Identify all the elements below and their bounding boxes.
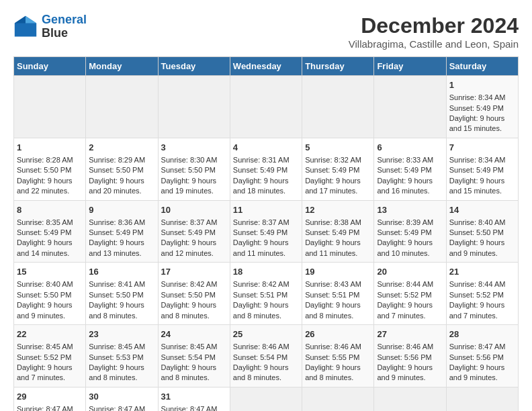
day-number: 19 [305,266,371,278]
sunrise-label: Sunrise: 8:35 AM [17,218,73,226]
calendar-cell: 27Sunrise: 8:46 AMSunset: 5:56 PMDayligh… [374,325,446,387]
day-number: 1 [17,142,83,154]
sunset-label: Sunset: 5:49 PM [305,228,359,236]
sunrise-label: Sunrise: 8:43 AM [305,280,361,288]
sunrise-label: Sunrise: 8:42 AM [233,280,290,288]
calendar-cell: 23Sunrise: 8:45 AMSunset: 5:53 PMDayligh… [86,325,158,387]
calendar-cell: 19Sunrise: 8:43 AMSunset: 5:51 PMDayligh… [302,263,374,325]
calendar-cell: 15Sunrise: 8:40 AMSunset: 5:50 PMDayligh… [14,263,86,325]
calendar-cell: 11Sunrise: 8:37 AMSunset: 5:49 PMDayligh… [230,200,302,263]
day-number: 9 [89,204,154,216]
daylight-label: Daylight: 9 hours and 20 minutes. [89,177,144,195]
calendar-cell: 1Sunrise: 8:34 AMSunset: 5:49 PMDaylight… [446,76,518,138]
week-row-5: 22Sunrise: 8:45 AMSunset: 5:52 PMDayligh… [14,325,519,387]
sunset-label: Sunset: 5:50 PM [17,291,71,299]
daylight-label: Daylight: 9 hours and 7 minutes. [377,301,433,319]
sunset-label: Sunset: 5:50 PM [17,166,71,174]
day-number: 4 [233,142,299,154]
sunset-label: Sunset: 5:49 PM [377,228,431,236]
day-number: 26 [305,328,371,340]
calendar-cell [230,76,302,138]
calendar-cell [86,76,158,138]
sunset-label: Sunset: 5:49 PM [233,228,287,236]
page-header: General Blue December 2024 Villabragima,… [13,13,519,50]
page-title: December 2024 [349,13,519,38]
calendar-cell: 30Sunrise: 8:47 AMSunset: 5:58 PMDayligh… [86,387,158,411]
sunset-label: Sunset: 5:49 PM [449,166,504,174]
day-number: 25 [233,328,299,340]
calendar-cell: 26Sunrise: 8:46 AMSunset: 5:55 PMDayligh… [302,325,374,387]
sunrise-label: Sunrise: 8:37 AM [233,218,290,226]
column-header-tuesday: Tuesday [158,57,230,76]
sunrise-label: Sunrise: 8:41 AM [89,280,145,288]
week-row-2: 1Sunrise: 8:28 AMSunset: 5:50 PMDaylight… [14,138,519,200]
daylight-label: Daylight: 9 hours and 8 minutes. [305,363,361,381]
sunrise-label: Sunrise: 8:37 AM [161,218,218,226]
sunrise-label: Sunrise: 8:30 AM [161,156,218,164]
column-header-thursday: Thursday [302,57,374,76]
sunset-label: Sunset: 5:51 PM [305,291,359,299]
week-row-6: 29Sunrise: 8:47 AMSunset: 5:57 PMDayligh… [14,387,519,411]
calendar-cell: 24Sunrise: 8:45 AMSunset: 5:54 PMDayligh… [158,325,230,387]
daylight-label: Daylight: 9 hours and 8 minutes. [161,363,217,381]
daylight-label: Daylight: 9 hours and 11 minutes. [305,238,361,257]
daylight-label: Daylight: 9 hours and 7 minutes. [17,363,73,381]
sunrise-label: Sunrise: 8:39 AM [377,218,433,226]
logo-line2: Blue [42,27,87,40]
calendar-cell: 31Sunrise: 8:47 AMSunset: 5:59 PMDayligh… [158,387,230,411]
sunrise-label: Sunrise: 8:28 AM [17,156,73,164]
calendar-cell: 16Sunrise: 8:41 AMSunset: 5:50 PMDayligh… [86,263,158,325]
sunrise-label: Sunrise: 8:29 AM [89,156,145,164]
sunrise-label: Sunrise: 8:45 AM [161,342,218,351]
calendar-cell: 14Sunrise: 8:40 AMSunset: 5:50 PMDayligh… [446,200,518,263]
sunrise-label: Sunrise: 8:33 AM [377,156,433,164]
sunrise-label: Sunrise: 8:47 AM [449,342,506,351]
calendar-cell [14,76,86,138]
column-header-saturday: Saturday [446,57,518,76]
calendar-cell: 29Sunrise: 8:47 AMSunset: 5:57 PMDayligh… [14,387,86,411]
calendar-cell [230,387,302,411]
sunset-label: Sunset: 5:51 PM [233,291,287,299]
calendar-cell: 20Sunrise: 8:44 AMSunset: 5:52 PMDayligh… [374,263,446,325]
day-number: 2 [89,142,154,154]
logo-icon [13,15,38,39]
calendar-cell: 12Sunrise: 8:38 AMSunset: 5:49 PMDayligh… [302,200,374,263]
sunrise-label: Sunrise: 8:47 AM [161,405,218,411]
calendar-cell: 17Sunrise: 8:42 AMSunset: 5:50 PMDayligh… [158,263,230,325]
sunrise-label: Sunrise: 8:38 AM [305,218,361,226]
sunrise-label: Sunrise: 8:32 AM [305,156,361,164]
day-number: 5 [305,142,371,154]
sunset-label: Sunset: 5:52 PM [449,291,504,299]
sunrise-label: Sunrise: 8:40 AM [17,280,73,288]
svg-marker-1 [26,16,36,24]
sunset-label: Sunset: 5:54 PM [161,353,216,361]
logo: General Blue [13,13,87,40]
sunset-label: Sunset: 5:54 PM [233,353,287,361]
daylight-label: Daylight: 9 hours and 8 minutes. [161,301,217,319]
page-subtitle: Villabragima, Castille and Leon, Spain [349,38,519,50]
sunset-label: Sunset: 5:52 PM [17,353,71,361]
sunrise-label: Sunrise: 8:44 AM [449,280,506,288]
daylight-label: Daylight: 9 hours and 8 minutes. [305,301,361,319]
calendar-header-row: SundayMondayTuesdayWednesdayThursdayFrid… [14,57,519,76]
day-number: 30 [89,391,154,403]
day-number: 28 [449,328,515,340]
day-number: 23 [89,328,154,340]
calendar-cell: 13Sunrise: 8:39 AMSunset: 5:49 PMDayligh… [374,200,446,263]
daylight-label: Daylight: 9 hours and 9 minutes. [449,238,505,257]
day-number: 6 [377,142,443,154]
sunset-label: Sunset: 5:53 PM [89,353,143,361]
calendar-cell: 21Sunrise: 8:44 AMSunset: 5:52 PMDayligh… [446,263,518,325]
day-number: 31 [161,391,227,403]
calendar-cell [446,387,518,411]
sunrise-label: Sunrise: 8:46 AM [377,342,433,351]
sunrise-label: Sunrise: 8:47 AM [89,405,145,411]
calendar-cell [374,76,446,138]
day-number: 10 [161,204,227,216]
daylight-label: Daylight: 9 hours and 16 minutes. [377,177,433,195]
sunset-label: Sunset: 5:49 PM [377,166,431,174]
sunset-label: Sunset: 5:49 PM [449,104,504,112]
column-header-monday: Monday [86,57,158,76]
calendar-cell: 1Sunrise: 8:28 AMSunset: 5:50 PMDaylight… [14,138,86,200]
daylight-label: Daylight: 9 hours and 8 minutes. [233,363,289,381]
